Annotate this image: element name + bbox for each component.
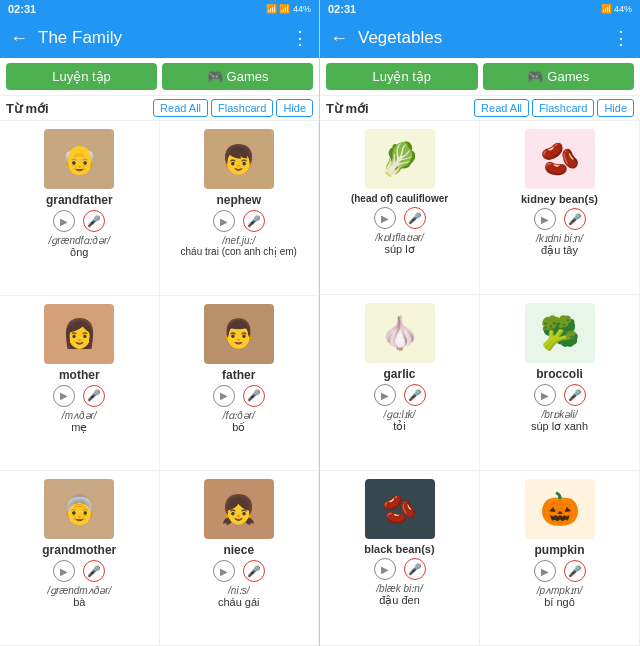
mic-button-grandmother[interactable]: 🎤 [83, 560, 105, 582]
vocab-img-niece: 👧 [204, 479, 274, 539]
vocab-word-mother: mother [59, 368, 100, 382]
vocab-controls-pumpkin: ▶ 🎤 [534, 560, 586, 582]
vocab-img-father: 👨 [204, 304, 274, 364]
vocab-word-pumpkin: pumpkin [535, 543, 585, 557]
vocab-phonetic-grandmother: /ɡrændmʌðər/ [47, 585, 111, 596]
vegetables-vocab-grid: 🥬 (head of) cauliflower ▶ 🎤 /kɒlɪflaʊər/… [320, 121, 640, 646]
games-icon-right: 🎮 [527, 69, 543, 84]
readall-button-left[interactable]: Read All [153, 99, 208, 117]
play-button-kidney-bean[interactable]: ▶ [534, 208, 556, 230]
play-button-black-bean[interactable]: ▶ [374, 558, 396, 580]
time-left: 02:31 [8, 3, 36, 15]
action-bar-right: Luyện tập 🎮 Games [320, 58, 640, 96]
play-button-niece[interactable]: ▶ [213, 560, 235, 582]
play-button-father[interactable]: ▶ [213, 385, 235, 407]
vocab-phonetic-cauliflower: /kɒlɪflaʊər/ [375, 232, 424, 243]
vocab-meaning-father: bố [232, 421, 245, 434]
vocab-img-nephew: 👦 [204, 129, 274, 189]
play-button-mother[interactable]: ▶ [53, 385, 75, 407]
menu-button-left[interactable]: ⋮ [291, 27, 309, 49]
vocab-controls-garlic: ▶ 🎤 [374, 384, 426, 406]
vocab-item-kidney-bean: 🫘 kidney bean(s) ▶ 🎤 /kɪdni biːn/ đậu tâ… [480, 121, 640, 295]
luyentap-button-right[interactable]: Luyện tập [326, 63, 478, 90]
play-button-garlic[interactable]: ▶ [374, 384, 396, 406]
mic-button-pumpkin[interactable]: 🎤 [564, 560, 586, 582]
flashcard-button-left[interactable]: Flashcard [211, 99, 273, 117]
menu-button-right[interactable]: ⋮ [612, 27, 630, 49]
vocab-item-grandmother: 👵 grandmother ▶ 🎤 /ɡrændmʌðər/ bà [0, 471, 160, 646]
vocab-meaning-black-bean: đậu đen [379, 594, 420, 607]
time-right: 02:31 [328, 3, 356, 15]
vocab-meaning-grandfather: ông [70, 246, 88, 258]
mic-button-mother[interactable]: 🎤 [83, 385, 105, 407]
vocab-item-father: 👨 father ▶ 🎤 /fɑːðər/ bố [160, 296, 320, 472]
vocab-controls-grandfather: ▶ 🎤 [53, 210, 105, 232]
luyentap-button-left[interactable]: Luyện tập [6, 63, 157, 90]
vocab-meaning-kidney-bean: đậu tây [541, 244, 578, 257]
play-button-nephew[interactable]: ▶ [213, 210, 235, 232]
mic-button-grandfather[interactable]: 🎤 [83, 210, 105, 232]
vocab-item-garlic: 🧄 garlic ▶ 🎤 /ɡɑːlɪk/ tỏi [320, 295, 480, 471]
mic-button-father[interactable]: 🎤 [243, 385, 265, 407]
mic-button-cauliflower[interactable]: 🎤 [404, 207, 426, 229]
vocab-word-nephew: nephew [216, 193, 261, 207]
vocab-controls-cauliflower: ▶ 🎤 [374, 207, 426, 229]
readall-button-right[interactable]: Read All [474, 99, 529, 117]
vocab-controls-kidney-bean: ▶ 🎤 [534, 208, 586, 230]
flashcard-button-right[interactable]: Flashcard [532, 99, 594, 117]
vocab-controls-nephew: ▶ 🎤 [213, 210, 265, 232]
play-button-broccoli[interactable]: ▶ [534, 384, 556, 406]
vocab-word-black-bean: black bean(s) [364, 543, 434, 555]
hide-button-left[interactable]: Hide [276, 99, 313, 117]
mic-button-niece[interactable]: 🎤 [243, 560, 265, 582]
family-panel: 02:31 📶 📶 44% ← The Family ⋮ Luyện tập 🎮… [0, 0, 320, 646]
games-button-left[interactable]: 🎮 Games [162, 63, 313, 90]
back-button-left[interactable]: ← [10, 28, 28, 49]
vocab-controls-grandmother: ▶ 🎤 [53, 560, 105, 582]
phone-screen: 02:31 📶 📶 44% ← The Family ⋮ Luyện tập 🎮… [0, 0, 640, 646]
status-bar-left: 02:31 📶 📶 44% [0, 0, 319, 18]
games-button-right[interactable]: 🎮 Games [483, 63, 635, 90]
vocab-phonetic-kidney-bean: /kɪdni biːn/ [536, 233, 583, 244]
vocab-img-broccoli: 🥦 [525, 303, 595, 363]
play-button-cauliflower[interactable]: ▶ [374, 207, 396, 229]
vocab-meaning-pumpkin: bí ngô [544, 596, 575, 608]
vocab-img-kidney-bean: 🫘 [525, 129, 595, 189]
play-button-grandfather[interactable]: ▶ [53, 210, 75, 232]
vocab-phonetic-broccoli: /brɒkəli/ [542, 409, 578, 420]
vocab-controls-father: ▶ 🎤 [213, 385, 265, 407]
action-bar-left: Luyện tập 🎮 Games [0, 58, 319, 96]
mic-button-garlic[interactable]: 🎤 [404, 384, 426, 406]
header-right: ← Vegetables ⋮ [320, 18, 640, 58]
page-title-right: Vegetables [358, 28, 612, 48]
mic-button-nephew[interactable]: 🎤 [243, 210, 265, 232]
vocab-item-grandfather: 👴 grandfather ▶ 🎤 /ɡrændfɑːðər/ ông [0, 121, 160, 296]
vocab-word-cauliflower: (head of) cauliflower [351, 193, 448, 204]
hide-button-right[interactable]: Hide [597, 99, 634, 117]
vocab-item-broccoli: 🥦 broccoli ▶ 🎤 /brɒkəli/ súp lơ xanh [480, 295, 640, 471]
vocab-meaning-garlic: tỏi [393, 420, 406, 433]
vocab-phonetic-mother: /mʌðər/ [62, 410, 97, 421]
vegetables-panel: 02:31 📶 44% ← Vegetables ⋮ Luyện tập 🎮 G… [320, 0, 640, 646]
back-button-right[interactable]: ← [330, 28, 348, 49]
header-left: ← The Family ⋮ [0, 18, 319, 58]
vocab-phonetic-grandfather: /ɡrændfɑːðər/ [48, 235, 110, 246]
mic-button-broccoli[interactable]: 🎤 [564, 384, 586, 406]
vocab-word-father: father [222, 368, 255, 382]
vocab-phonetic-nephew: /nef.juː/ [222, 235, 255, 246]
mic-button-kidney-bean[interactable]: 🎤 [564, 208, 586, 230]
vocab-item-mother: 👩 mother ▶ 🎤 /mʌðər/ mẹ [0, 296, 160, 472]
vocab-controls-broccoli: ▶ 🎤 [534, 384, 586, 406]
vocab-phonetic-pumpkin: /pʌmpkɪn/ [537, 585, 583, 596]
from-moi-bar-right: Từ mới Read All Flashcard Hide [320, 96, 640, 121]
vocab-item-pumpkin: 🎃 pumpkin ▶ 🎤 /pʌmpkɪn/ bí ngô [480, 471, 640, 646]
vocab-phonetic-black-bean: /blæk biːn/ [376, 583, 422, 594]
vocab-phonetic-niece: /niːs/ [228, 585, 249, 596]
vocab-controls-niece: ▶ 🎤 [213, 560, 265, 582]
play-button-pumpkin[interactable]: ▶ [534, 560, 556, 582]
vocab-img-garlic: 🧄 [365, 303, 435, 363]
mic-button-black-bean[interactable]: 🎤 [404, 558, 426, 580]
play-button-grandmother[interactable]: ▶ [53, 560, 75, 582]
vocab-meaning-cauliflower: súp lơ [384, 243, 414, 256]
from-moi-label-right: Từ mới [326, 101, 471, 116]
